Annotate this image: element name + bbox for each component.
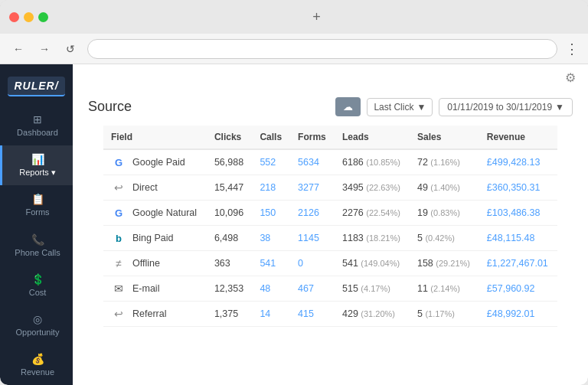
source-icon-google: G bbox=[111, 207, 126, 219]
new-tab-button[interactable]: + bbox=[306, 6, 328, 28]
sidebar-label-reports: Reports ▾ bbox=[19, 168, 56, 178]
source-icon-offline: ≠ bbox=[111, 257, 126, 269]
maximize-button[interactable] bbox=[38, 12, 48, 22]
col-sales: Sales bbox=[410, 126, 479, 149]
minimize-button[interactable] bbox=[24, 12, 34, 22]
forms-link[interactable]: 415 bbox=[298, 308, 314, 319]
traffic-lights bbox=[9, 12, 48, 22]
close-button[interactable] bbox=[9, 12, 19, 22]
forms-cell-4[interactable]: 0 bbox=[290, 251, 335, 276]
source-icon-google: G bbox=[111, 156, 126, 168]
leads-cell-2: 2276 (22.54%) bbox=[335, 201, 410, 226]
source-title: Source bbox=[88, 99, 132, 115]
forms-cell-1[interactable]: 3277 bbox=[290, 175, 335, 201]
attribution-arrow-icon: ▼ bbox=[416, 102, 426, 113]
clicks-cell-3: 6,498 bbox=[207, 226, 252, 251]
table-row: ✉ E-mail 12,353 48 467 515 (4.17%) 11 (2… bbox=[103, 276, 557, 302]
revenue-cell-3[interactable]: £48,115.48 bbox=[479, 226, 557, 251]
sales-cell-1: 49 (1.40%) bbox=[410, 175, 479, 201]
revenue-cell-6[interactable]: £48,992.01 bbox=[479, 302, 557, 327]
date-range-arrow-icon: ▼ bbox=[555, 102, 564, 113]
table-row: G Google Natural 10,096 150 2126 2276 (2… bbox=[103, 201, 557, 226]
revenue-icon: 💰 bbox=[31, 353, 44, 365]
sidebar-logo: RULER/ bbox=[0, 70, 73, 106]
sidebar-item-dashboard[interactable]: ⊞ Dashboard bbox=[0, 106, 73, 145]
dashboard-icon: ⊞ bbox=[33, 113, 42, 126]
revenue-cell-5[interactable]: £57,960.92 bbox=[479, 276, 557, 302]
source-icon-referral: ↩ bbox=[111, 308, 126, 320]
date-range-picker[interactable]: 01/11/2019 to 30/11/2019 ▼ bbox=[439, 98, 573, 116]
upload-button[interactable]: ☁ bbox=[335, 97, 361, 116]
forms-link[interactable]: 1145 bbox=[298, 233, 319, 243]
source-name-3: Bing Paid bbox=[132, 233, 174, 243]
source-icon-bing: b bbox=[111, 232, 126, 244]
forms-cell-5[interactable]: 467 bbox=[290, 276, 335, 302]
calls-cell-6[interactable]: 14 bbox=[252, 302, 290, 327]
forms-cell-0[interactable]: 5634 bbox=[290, 149, 335, 175]
table-body: G Google Paid 56,988 552 5634 6186 (10.8… bbox=[103, 149, 557, 327]
clicks-cell-1: 15,447 bbox=[207, 175, 252, 201]
sidebar-item-forms[interactable]: 📋 Forms bbox=[0, 185, 73, 225]
more-button[interactable]: ⋮ bbox=[565, 41, 579, 57]
sales-cell-5: 11 (2.14%) bbox=[410, 276, 479, 302]
revenue-cell-0[interactable]: £499,428.13 bbox=[479, 149, 557, 175]
source-cell-2: G Google Natural bbox=[103, 201, 207, 226]
calls-cell-4[interactable]: 541 bbox=[252, 251, 290, 276]
source-cell-0: G Google Paid bbox=[103, 149, 207, 175]
forms-cell-2[interactable]: 2126 bbox=[290, 201, 335, 226]
address-bar[interactable] bbox=[87, 39, 557, 59]
sidebar-label-forms: Forms bbox=[25, 207, 49, 217]
col-clicks: Clicks bbox=[207, 126, 252, 149]
revenue-cell-1[interactable]: £360,350.31 bbox=[479, 175, 557, 201]
leads-cell-1: 3495 (22.63%) bbox=[335, 175, 410, 201]
forms-link[interactable]: 2126 bbox=[298, 207, 319, 218]
clicks-cell-0: 56,988 bbox=[207, 149, 252, 175]
source-name-6: Referral bbox=[132, 308, 166, 319]
phone-calls-icon: 📞 bbox=[31, 233, 44, 246]
browser-toolbar: ← → ↺ ⋮ bbox=[0, 34, 588, 64]
settings-button[interactable]: ⚙ bbox=[73, 64, 588, 88]
sales-cell-4: 158 (29.21%) bbox=[410, 251, 479, 276]
clicks-cell-4: 363 bbox=[207, 251, 252, 276]
revenue-cell-2[interactable]: £103,486.38 bbox=[479, 201, 557, 226]
sidebar: RULER/ ⊞ Dashboard 📊 Reports ▾ 📋 Forms 📞 bbox=[0, 64, 73, 385]
sidebar-item-opportunity[interactable]: ◎ Opportunity bbox=[0, 305, 73, 345]
leads-cell-4: 541 (149.04%) bbox=[335, 251, 410, 276]
revenue-cell-4[interactable]: £1,227,467.01 bbox=[479, 251, 557, 276]
forms-link[interactable]: 0 bbox=[298, 258, 303, 269]
calls-cell-3[interactable]: 38 bbox=[252, 226, 290, 251]
forms-cell-6[interactable]: 415 bbox=[290, 302, 335, 327]
source-cell-1: ↩ Direct bbox=[103, 175, 207, 201]
attribution-dropdown[interactable]: Last Click ▼ bbox=[367, 98, 433, 116]
table-row: b Bing Paid 6,498 38 1145 1183 (18.21%) … bbox=[103, 226, 557, 251]
forward-button[interactable]: → bbox=[35, 40, 54, 58]
source-name-0: Google Paid bbox=[132, 157, 185, 168]
calls-cell-0[interactable]: 552 bbox=[252, 149, 290, 175]
app-layout: RULER/ ⊞ Dashboard 📊 Reports ▾ 📋 Forms 📞 bbox=[0, 64, 588, 385]
sidebar-item-cost[interactable]: 💲 Cost bbox=[0, 266, 73, 305]
source-cell-5: ✉ E-mail bbox=[103, 276, 207, 302]
sidebar-label-revenue: Revenue bbox=[21, 367, 54, 377]
source-name-5: E-mail bbox=[132, 283, 159, 294]
header-row: Field Clicks Calls Forms Leads Sales Rev… bbox=[103, 126, 557, 149]
table-header: Field Clicks Calls Forms Leads Sales Rev… bbox=[103, 126, 557, 149]
table-row: ↩ Referral 1,375 14 415 429 (31.20%) 5 (… bbox=[103, 302, 557, 327]
forms-cell-3[interactable]: 1145 bbox=[290, 226, 335, 251]
sidebar-nav: ⊞ Dashboard 📊 Reports ▾ 📋 Forms 📞 Phone … bbox=[0, 106, 73, 385]
calls-cell-1[interactable]: 218 bbox=[252, 175, 290, 201]
sidebar-item-revenue[interactable]: 💰 Revenue bbox=[0, 345, 73, 385]
back-button[interactable]: ← bbox=[9, 40, 28, 58]
forms-link[interactable]: 3277 bbox=[298, 182, 319, 193]
forms-link[interactable]: 5634 bbox=[298, 157, 319, 168]
sidebar-item-reports[interactable]: 📊 Reports ▾ bbox=[0, 145, 73, 185]
sidebar-label-cost: Cost bbox=[29, 288, 47, 298]
reload-button[interactable]: ↺ bbox=[61, 40, 80, 58]
forms-link[interactable]: 467 bbox=[298, 283, 314, 294]
browser-frame: + ← → ↺ ⋮ RULER/ ⊞ Dashboard 📊 Reports ▾ bbox=[0, 0, 588, 385]
logo: RULER/ bbox=[8, 77, 64, 96]
table-row: ↩ Direct 15,447 218 3277 3495 (22.63%) 4… bbox=[103, 175, 557, 201]
calls-cell-2[interactable]: 150 bbox=[252, 201, 290, 226]
calls-cell-5[interactable]: 48 bbox=[252, 276, 290, 302]
sidebar-item-phone-calls[interactable]: 📞 Phone Calls bbox=[0, 226, 73, 266]
source-table: Field Clicks Calls Forms Leads Sales Rev… bbox=[103, 126, 557, 327]
